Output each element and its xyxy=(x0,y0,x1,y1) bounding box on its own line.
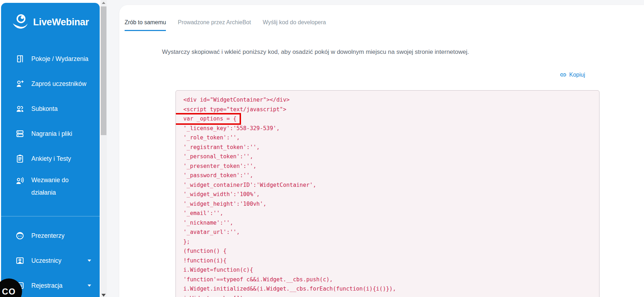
content-card: Zrób to samemuProwadzone przez ArchieBot… xyxy=(119,5,644,297)
sidebar-item-label: Pokoje / Wydarzenia xyxy=(31,55,88,63)
sidebar-nav-primary: Pokoje / WydarzeniaZaproś uczestnikówSub… xyxy=(1,46,100,206)
tab-prowadzone-przez-archiebot[interactable]: Prowadzone przez ArchieBot xyxy=(178,16,251,31)
code-line: '_widget_containerID':'WidgetContainer', xyxy=(183,180,592,190)
webcam-logo-icon xyxy=(11,13,30,31)
code-line: '_personal_token':'', xyxy=(183,152,592,162)
code-line: i.Widget=function(c){ xyxy=(183,265,592,275)
sidebar-item-user-plus[interactable]: Zaproś uczestników xyxy=(1,71,100,96)
sidebar-item-label: Nagrania i pliki xyxy=(31,129,72,138)
code-line: '_password_token':'', xyxy=(183,171,592,180)
code-line: <div id="WidgetContainer"></div> xyxy=(183,95,592,105)
embed-code: <div id="WidgetContainer"></div><script … xyxy=(183,95,592,297)
co-badge-label: CO xyxy=(2,287,16,297)
sidebar-item-users[interactable]: Subkonta xyxy=(1,96,100,121)
sidebar-item-call-to-action[interactable]: Wezwanie do działania xyxy=(1,171,100,206)
presenters-icon xyxy=(15,231,25,240)
code-line: (function() { xyxy=(183,246,592,256)
code-line: !function(i){ xyxy=(183,256,592,266)
scrollbar-thumb[interactable] xyxy=(101,6,106,135)
surveys-icon xyxy=(15,154,25,163)
sidebar-item-label: Zaproś uczestników xyxy=(31,80,87,88)
sidebar-item-label: Uczestnicy xyxy=(31,256,62,265)
code-line: '_license_key':'558-329-539', xyxy=(183,124,592,133)
code-line: '_avatar_url':'', xyxy=(183,227,592,237)
embed-code-block[interactable]: <div id="WidgetContainer"></div><script … xyxy=(176,90,600,297)
code-line: 'function'==typeof c&&i.Widget.__cbs.pus… xyxy=(183,275,592,285)
code-line: i.Widget.initialized&&(i.Widget.__cbs.fo… xyxy=(183,284,592,294)
code-line: '_registrant_token':'', xyxy=(183,143,592,152)
sidebar-item-label: Prezenterzy xyxy=(31,231,64,240)
sidebar-item-attendees[interactable]: Uczestnicy xyxy=(1,248,100,273)
sidebar-item-recordings[interactable]: Nagrania i pliki xyxy=(1,121,100,146)
scrollbar-down-arrow-icon[interactable] xyxy=(101,294,106,297)
sidebar-item-door[interactable]: Pokoje / Wydarzenia xyxy=(1,46,100,71)
copy-label: Kopiuj xyxy=(569,72,585,78)
tab-wyślij-kod-do-developera[interactable]: Wyślij kod do developera xyxy=(263,16,326,31)
sidebar: LiveWebinar Pokoje / WydarzeniaZaproś uc… xyxy=(1,3,100,297)
link-icon xyxy=(560,71,567,78)
code-line: '_role_token':'', xyxy=(183,133,592,143)
copy-button[interactable]: Kopiuj xyxy=(560,71,585,78)
chevron-down-icon xyxy=(88,285,91,287)
code-line: <script type="text/javascript"> xyxy=(183,105,592,114)
code-line: i.Widget.__cbs=[]) xyxy=(183,294,592,297)
user-plus-icon xyxy=(15,79,25,88)
code-line: '_presenter_token':'', xyxy=(183,162,592,171)
scrollbar[interactable] xyxy=(100,0,107,297)
tab-zrób-to-samemu[interactable]: Zrób to samemu xyxy=(125,16,166,31)
users-icon xyxy=(15,104,25,113)
scrollbar-up-arrow-icon[interactable] xyxy=(102,2,105,4)
code-line: var _options = { xyxy=(183,114,592,124)
recordings-icon xyxy=(15,129,25,138)
code-line: '_nickname':'', xyxy=(183,218,592,228)
sidebar-item-presenters[interactable]: Prezenterzy xyxy=(1,223,100,248)
highlight-box: var _options = { xyxy=(176,114,240,123)
sidebar-divider xyxy=(1,216,100,216)
sidebar-item-label: Subkonta xyxy=(31,104,58,113)
logo[interactable]: LiveWebinar xyxy=(11,13,89,31)
sidebar-item-label: Wezwanie do działania xyxy=(31,174,94,199)
code-line: }; xyxy=(183,237,592,247)
attendees-icon xyxy=(15,256,25,265)
sidebar-item-label: Rejestracja xyxy=(31,281,63,290)
door-icon xyxy=(15,54,25,63)
embed-description: Wystarczy skopiować i wkleić poniższy ko… xyxy=(162,48,469,56)
code-line: '_email':'', xyxy=(183,209,592,218)
tab-bar: Zrób to samemuProwadzone przez ArchieBot… xyxy=(125,16,326,31)
sidebar-item-label: Ankiety i Testy xyxy=(31,154,71,163)
code-line: '_widget_height':'100vh', xyxy=(183,199,592,209)
logo-text: LiveWebinar xyxy=(33,17,89,28)
sidebar-item-surveys[interactable]: Ankiety i Testy xyxy=(1,146,100,171)
chevron-down-icon xyxy=(88,260,91,262)
code-line: '_widget_width':'100%', xyxy=(183,190,592,199)
call-to-action-icon xyxy=(15,176,25,185)
